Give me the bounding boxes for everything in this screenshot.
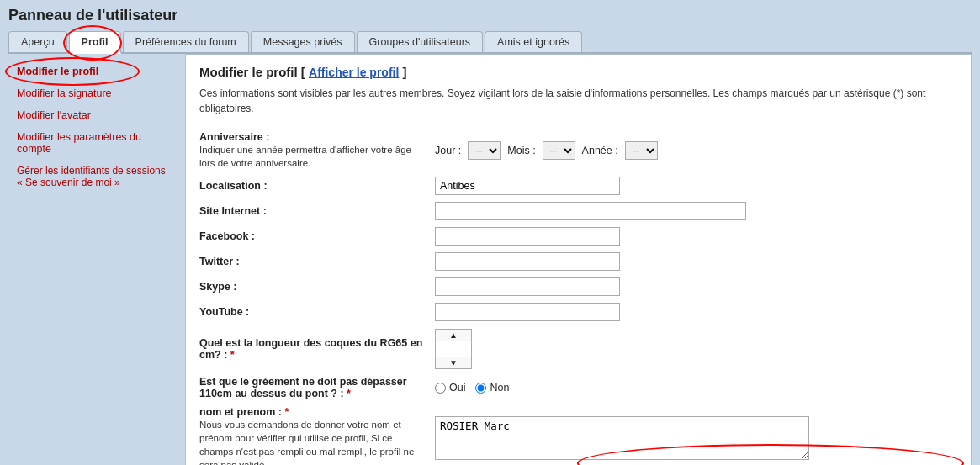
mois-label: Mois :	[507, 145, 535, 156]
info-text: Ces informations sont visibles par les a…	[199, 86, 956, 116]
content-header: Modifier le profil [ Afficher le profil …	[199, 65, 956, 79]
row-facebook: Facebook :	[199, 224, 956, 249]
nom-prenom-textarea[interactable]: ROSIER Marc	[435, 416, 809, 460]
row-localisation: Localisation :	[199, 173, 956, 198]
row-rg65: Quel est la longueur des coques du RG65 …	[199, 325, 956, 373]
anniversaire-jour-select[interactable]: --	[468, 141, 501, 160]
rg65-down-icon[interactable]: ▼	[436, 357, 471, 368]
site-internet-input[interactable]	[435, 202, 746, 220]
sidebar-item-gerer-identifiants[interactable]: Gérer les identifiants de sessions « Se …	[12, 161, 180, 192]
grement-non-radio[interactable]	[475, 383, 486, 394]
jour-label: Jour :	[435, 145, 461, 156]
rg65-up-icon[interactable]: ▲	[436, 330, 471, 341]
tab-apercu[interactable]: Aperçu	[8, 31, 67, 52]
youtube-input[interactable]	[435, 303, 620, 321]
row-anniversaire: Anniversaire : Indiquer une année permet…	[199, 128, 956, 173]
rg65-spinbox[interactable]: ▲ ▼	[435, 329, 472, 369]
skype-input[interactable]	[435, 277, 620, 296]
sidebar-item-modifier-profil[interactable]: Modifier le profil	[12, 62, 180, 81]
grement-oui-label[interactable]: Oui	[435, 382, 465, 394]
tab-preferences-forum[interactable]: Préférences du forum	[123, 31, 249, 52]
twitter-input[interactable]	[435, 252, 620, 271]
annee-label: Année :	[582, 145, 618, 156]
page-title: Panneau de l'utilisateur	[8, 7, 972, 24]
tab-profil[interactable]: Profil	[69, 31, 121, 54]
grement-non-label[interactable]: Non	[475, 382, 509, 394]
sidebar-item-modifier-parametres[interactable]: Modifier les paramètres du compte	[12, 128, 180, 158]
tab-messages-prives[interactable]: Messages privés	[251, 31, 355, 52]
tabs-bar: Aperçu Profil Préférences du forum Messa…	[8, 31, 972, 54]
sidebar-item-modifier-signature[interactable]: Modifier la signature	[12, 84, 180, 103]
localisation-input[interactable]	[435, 177, 620, 195]
content-panel: Modifier le profil [ Afficher le profil …	[185, 54, 972, 465]
row-nom-prenom: nom et prenom : * Nous vous demandons de…	[199, 403, 956, 465]
tab-amis[interactable]: Amis et ignorés	[485, 31, 582, 52]
rg65-value-input[interactable]	[436, 341, 471, 357]
facebook-input[interactable]	[435, 227, 620, 246]
sidebar: Modifier le profil Modifier la signature…	[8, 54, 185, 465]
row-youtube: YouTube :	[199, 299, 956, 325]
birthday-row: Jour : -- Mois : -- Année : --	[435, 141, 951, 160]
anniversaire-annee-select[interactable]: --	[625, 141, 658, 160]
row-site-internet: Site Internet :	[199, 198, 956, 224]
tab-groupes[interactable]: Groupes d'utilisateurs	[357, 31, 484, 52]
row-twitter: Twitter :	[199, 249, 956, 274]
form-table: Anniversaire : Indiquer une année permet…	[199, 128, 956, 465]
afficher-profil-link[interactable]: Afficher le profil	[309, 66, 399, 79]
row-grement: Est que le gréement ne doit pas dépasser…	[199, 373, 956, 403]
anniversaire-mois-select[interactable]: --	[543, 141, 575, 160]
grement-radio-group: Oui Non	[435, 382, 951, 394]
row-skype: Skype :	[199, 274, 956, 299]
sidebar-item-modifier-avatar[interactable]: Modifier l'avatar	[12, 106, 180, 124]
grement-oui-radio[interactable]	[435, 383, 446, 394]
